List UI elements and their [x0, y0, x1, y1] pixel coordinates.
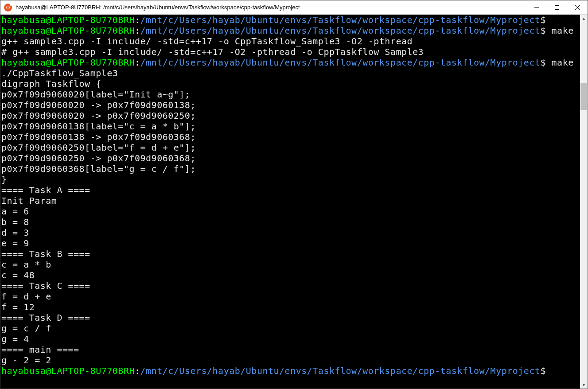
prompt-path: /mnt/c/Users/hayab/Ubuntu/envs/Taskflow/…: [140, 57, 541, 68]
output-task-a: ==== Task A ====: [1, 185, 90, 195]
window-title: hayabusa@LAPTOP-8U770BRH: /mnt/c/Users/h…: [16, 4, 526, 11]
output-compile-1: g++ sample3.cpp -I include/ -std=c++17 -…: [1, 36, 413, 47]
close-button[interactable]: [567, 0, 588, 14]
output-digraph-6: p0x7f09d9060250[label="f = d + e"];: [1, 142, 196, 153]
output-task-a-5: e = 9: [1, 238, 29, 249]
prompt-line-3: hayabusa@LAPTOP-8U770BRH:/mnt/c/Users/ha…: [1, 57, 579, 68]
prompt-colon: :: [135, 15, 140, 25]
output-main: ==== main ====: [1, 344, 79, 355]
prompt-colon: :: [135, 57, 140, 68]
prompt-user: hayabusa@LAPTOP-8U770BRH: [1, 57, 135, 68]
prompt-user: hayabusa@LAPTOP-8U770BRH: [1, 15, 135, 25]
prompt-path: /mnt/c/Users/hayab/Ubuntu/envs/Taskflow/…: [140, 15, 541, 25]
prompt-colon: :: [135, 25, 140, 36]
output-task-d-1: g = c / f: [1, 323, 51, 334]
output-task-a-1: Init Param: [1, 195, 57, 206]
output-digraph-7: p0x7f09d9060250 -> p0x7f09d9060368;: [1, 153, 196, 163]
output-digraph-8: p0x7f09d9060368[label="g = c / f"];: [1, 163, 196, 174]
prompt-user: hayabusa@LAPTOP-8U770BRH: [1, 25, 135, 36]
prompt-dollar: $: [540, 15, 546, 25]
output-digraph-5: p0x7f09d9060138 -> p0x7f09d9060368;: [1, 132, 196, 142]
output-task-b-2: c = 48: [1, 270, 35, 280]
ubuntu-icon: [4, 4, 12, 12]
output-task-c-1: f = d + e: [1, 291, 51, 302]
prompt-dollar: $: [540, 57, 546, 68]
output-digraph-3: p0x7f09d9060020 -> p0x7f09d9060250;: [1, 110, 196, 121]
prompt-line-4: hayabusa@LAPTOP-8U770BRH:/mnt/c/Users/ha…: [1, 366, 579, 376]
window-controls: [526, 0, 588, 14]
output-compile-2: # g++ sample3.cpp -I include/ -std=c++17…: [1, 47, 424, 57]
prompt-path: /mnt/c/Users/hayab/Ubuntu/envs/Taskflow/…: [140, 366, 541, 376]
output-main-1: g - 2 = 2: [1, 355, 51, 366]
output-digraph-9: }: [1, 174, 7, 185]
terminal-wrapper: hayabusa@LAPTOP-8U770BRH:/mnt/c/Users/ha…: [0, 15, 588, 389]
output-digraph-4: p0x7f09d9060138[label="c = a * b"];: [1, 121, 196, 132]
scroll-up-arrow[interactable]: ▲: [580, 15, 588, 22]
maximize-button[interactable]: [547, 0, 567, 14]
output-task-d-2: g = 4: [1, 334, 29, 344]
prompt-path: /mnt/c/Users/hayab/Ubuntu/envs/Taskflow/…: [140, 25, 541, 36]
output-task-a-3: b = 8: [1, 217, 29, 227]
output-task-a-2: a = 6: [1, 206, 29, 217]
window-titlebar: hayabusa@LAPTOP-8U770BRH: /mnt/c/Users/h…: [0, 0, 588, 15]
output-run: ./CppTaskflow_Sample3: [1, 68, 118, 78]
minimize-button[interactable]: [526, 0, 547, 14]
svg-rect-1: [555, 5, 559, 9]
vertical-scrollbar[interactable]: ▲ ▼: [580, 15, 588, 389]
output-task-a-4: d = 3: [1, 227, 29, 238]
output-task-d: ==== Task D ====: [1, 312, 90, 323]
command-make: make: [546, 25, 574, 36]
output-task-c: ==== Task C ====: [1, 280, 90, 291]
output-digraph-1: p0x7f09d9060020[label="Init a~g"];: [1, 89, 190, 100]
prompt-user: hayabusa@LAPTOP-8U770BRH: [1, 366, 135, 376]
output-task-c-2: f = 12: [1, 302, 35, 312]
prompt-line-1: hayabusa@LAPTOP-8U770BRH:/mnt/c/Users/ha…: [1, 15, 579, 25]
output-digraph-2: p0x7f09d9060020 -> p0x7f09d9060138;: [1, 100, 196, 110]
prompt-line-2: hayabusa@LAPTOP-8U770BRH:/mnt/c/Users/ha…: [1, 25, 579, 36]
scroll-down-arrow[interactable]: ▼: [580, 381, 588, 389]
prompt-dollar: $: [540, 25, 546, 36]
output-task-b: ==== Task B ====: [1, 249, 90, 259]
prompt-dollar: $: [540, 366, 546, 376]
command-make-run: make run: [546, 57, 580, 68]
output-task-b-1: c = a * b: [1, 259, 51, 270]
scroll-thumb[interactable]: [580, 83, 587, 110]
terminal[interactable]: hayabusa@LAPTOP-8U770BRH:/mnt/c/Users/ha…: [0, 15, 580, 389]
output-digraph-0: digraph Taskflow {: [1, 78, 101, 89]
prompt-colon: :: [135, 366, 140, 376]
